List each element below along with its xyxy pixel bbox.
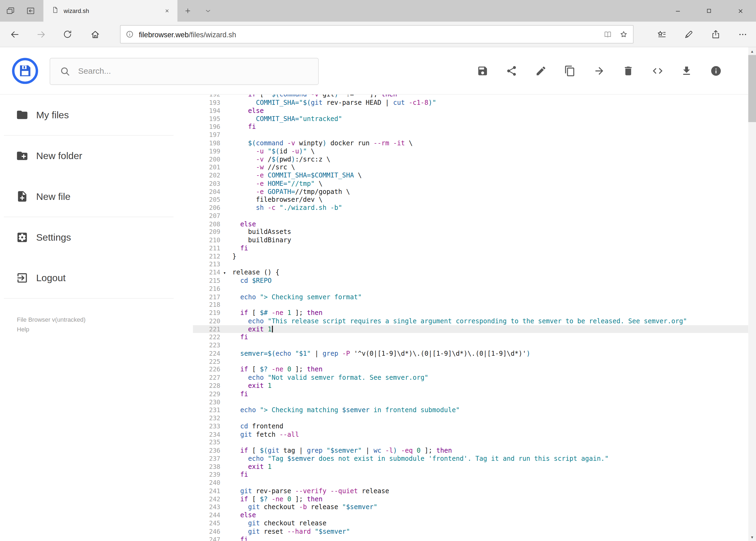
code-line[interactable]: 233 cd frontend <box>193 422 748 430</box>
save-button[interactable] <box>468 56 497 85</box>
code-line[interactable]: 203 -e HOME="//tmp" \ <box>193 179 748 188</box>
code-line[interactable]: 241 git rev-parse --verify --quiet relea… <box>193 487 748 495</box>
home-button[interactable] <box>85 25 105 44</box>
code-line[interactable]: 201 -w //src \ <box>193 163 748 171</box>
code-line[interactable]: 239 fi <box>193 470 748 479</box>
code-line[interactable]: 200 -v /$(pwd):/src:z \ <box>193 155 748 163</box>
code-line[interactable]: 243 git checkout -b release "$semver" <box>193 503 748 511</box>
code-line[interactable]: 229 fi <box>193 390 748 398</box>
favorite-star-icon[interactable] <box>619 30 629 39</box>
download-button[interactable] <box>672 56 701 85</box>
code-line[interactable]: 210 buildBinary <box>193 236 748 244</box>
scrollbar-thumb[interactable] <box>748 55 756 122</box>
maximize-button[interactable] <box>693 0 725 22</box>
set-tabs-aside-button[interactable] <box>20 0 41 22</box>
code-line[interactable]: 234 git fetch --all <box>193 430 748 438</box>
rename-button[interactable] <box>526 56 556 85</box>
sidebar-item-settings[interactable]: Settings <box>0 217 193 258</box>
copy-button[interactable] <box>556 56 585 85</box>
reading-view-icon[interactable] <box>603 30 613 39</box>
code-line[interactable]: 246 git reset --hard "$semver" <box>193 527 748 535</box>
search-box[interactable] <box>50 58 319 85</box>
code-line[interactable]: 206 sh -c "./wizard.sh -b" <box>193 204 748 212</box>
code-line[interactable]: 235 <box>193 438 748 446</box>
hub-button[interactable] <box>648 21 675 47</box>
code-line[interactable]: 240 <box>193 479 748 487</box>
more-button[interactable] <box>729 21 756 47</box>
code-line[interactable]: 227 echo "Not valid semver format. See s… <box>193 373 748 382</box>
forward-button[interactable] <box>31 25 51 44</box>
code-line[interactable]: 220 echo "This release script requires a… <box>193 317 748 325</box>
page-scrollbar[interactable]: ▲ ▼ <box>748 47 756 541</box>
tab-list-button[interactable] <box>197 0 218 22</box>
move-button[interactable] <box>585 56 614 85</box>
code-line[interactable]: 223 <box>193 341 748 349</box>
code-view-button[interactable] <box>643 56 672 85</box>
code-line[interactable]: 224 semver=$(echo "$1" | grep -P '^v(0|[… <box>193 349 748 357</box>
code-editor[interactable]: 192 if [ "$(command -v git)" != "" ]; th… <box>193 95 748 541</box>
code-line[interactable]: 247 fi <box>193 535 748 541</box>
code-line[interactable]: 207 <box>193 212 748 220</box>
code-line[interactable]: 222 fi <box>193 333 748 341</box>
code-line[interactable]: 236 if [ $(git tag | grep "$semver" | wc… <box>193 446 748 455</box>
code-line[interactable]: 194 else <box>193 107 748 115</box>
code-line[interactable]: 193 COMMIT_SHA="$(git rev-parse HEAD | c… <box>193 99 748 107</box>
code-line[interactable]: 192 if [ "$(command -v git)" != "" ]; th… <box>193 95 748 99</box>
code-line[interactable]: 199 -u "$(id -u)" \ <box>193 147 748 155</box>
browser-tab[interactable]: wizard.sh <box>44 0 177 22</box>
code-line[interactable]: 237 echo "Tag $semver does not exist in … <box>193 454 748 462</box>
help-link[interactable]: Help <box>17 325 193 334</box>
code-line[interactable]: 196 fi <box>193 123 748 131</box>
scroll-up-arrow[interactable]: ▲ <box>748 47 756 55</box>
share-button[interactable] <box>497 56 526 85</box>
code-line[interactable]: 216 <box>193 285 748 293</box>
delete-button[interactable] <box>614 56 643 85</box>
refresh-button[interactable] <box>58 25 77 44</box>
share-button[interactable] <box>702 21 729 47</box>
code-line[interactable]: 208 else <box>193 220 748 228</box>
sidebar-item-my-files[interactable]: My files <box>0 95 193 135</box>
code-line[interactable]: 232 <box>193 414 748 422</box>
minimize-button[interactable] <box>662 0 693 22</box>
code-line[interactable]: 230 <box>193 398 748 406</box>
new-tab-button[interactable] <box>177 0 197 22</box>
code-line[interactable]: 225 <box>193 357 748 365</box>
code-line[interactable]: 215 cd $REPO <box>193 276 748 285</box>
filebrowser-logo[interactable] <box>12 58 39 85</box>
back-button[interactable] <box>5 25 24 44</box>
tab-preview-button[interactable] <box>0 0 20 22</box>
code-line[interactable]: 231 echo "> Checking matching $semver in… <box>193 406 748 414</box>
code-line[interactable]: 245 git checkout release <box>193 519 748 527</box>
code-line[interactable]: 197 <box>193 131 748 139</box>
code-line[interactable]: 244 else <box>193 511 748 519</box>
info-button[interactable] <box>701 56 730 85</box>
site-info-icon[interactable] <box>125 30 134 39</box>
sidebar-item-new-file[interactable]: New file <box>0 176 193 217</box>
code-line[interactable]: 242 if [ $? -ne 0 ]; then <box>193 495 748 503</box>
code-line[interactable]: 212} <box>193 252 748 261</box>
search-input[interactable] <box>77 66 318 77</box>
close-button[interactable] <box>725 0 756 22</box>
code-line[interactable]: 209 buildAssets <box>193 228 748 236</box>
sidebar-item-logout[interactable]: Logout <box>0 258 193 298</box>
code-line[interactable]: 238 exit 1 <box>193 462 748 470</box>
code-line[interactable]: 214▾release () { <box>193 269 748 276</box>
web-note-button[interactable] <box>675 21 702 47</box>
code-line[interactable]: 198 $(command -v winpty) docker run --rm… <box>193 139 748 147</box>
scroll-down-arrow[interactable]: ▼ <box>748 533 756 541</box>
tab-close-icon[interactable] <box>162 6 172 16</box>
address-bar[interactable]: filebrowser.web/files/wizard.sh <box>120 25 633 44</box>
code-line[interactable]: 221 exit 1 <box>193 325 748 333</box>
code-line[interactable]: 228 exit 1 <box>193 382 748 390</box>
sidebar-item-new-folder[interactable]: New folder <box>0 136 193 176</box>
code-line[interactable]: 202 -e COMMIT_SHA=$COMMIT_SHA \ <box>193 171 748 179</box>
code-line[interactable]: 204 -e GOPATH=//tmp/gopath \ <box>193 188 748 196</box>
code-line[interactable]: 226 if [ $? -ne 0 ]; then <box>193 365 748 373</box>
code-line[interactable]: 195 COMMIT_SHA="untracked" <box>193 115 748 123</box>
code-line[interactable]: 213 <box>193 261 748 269</box>
code-line[interactable]: 211 fi <box>193 244 748 252</box>
code-line[interactable]: 217 echo "> Checking semver format" <box>193 293 748 301</box>
code-line[interactable]: 218 <box>193 300 748 309</box>
code-line[interactable]: 205 filebrowser/dev \ <box>193 196 748 204</box>
code-line[interactable]: 219 if [ $# -ne 1 ]; then <box>193 309 748 317</box>
